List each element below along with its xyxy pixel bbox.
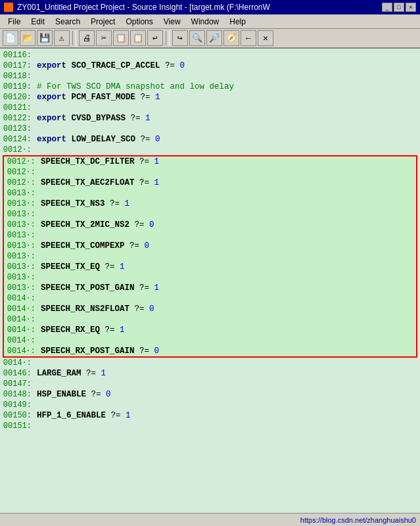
line-content: [34, 103, 420, 113]
line-number: 00151:: [0, 421, 34, 431]
code-line: 0013·:SPEECH_TX_NS3 ?= 1: [4, 199, 416, 209]
code-line: 0013·:: [4, 230, 416, 241]
code-line: 00119:# For TWS SCO DMA snapshot and low…: [0, 82, 420, 92]
line-number: 0013·:: [4, 188, 38, 199]
code-line: 0013·:: [4, 209, 416, 220]
line-number: 00124:: [0, 134, 34, 145]
code-line: 00148:HSP_ENABLE ?= 0: [0, 389, 420, 400]
code-line: 00147:: [0, 379, 420, 389]
code-line: 00116:: [0, 50, 420, 60]
line-content: [34, 145, 420, 155]
code-line: 0014·:: [4, 293, 416, 304]
code-line: 0012·:SPEECH_TX_AEC2FLOAT ?= 1: [4, 178, 416, 188]
line-content: [34, 379, 420, 389]
code-line: 0014·:SPEECH_RX_POST_GAIN ?= 0: [4, 346, 416, 356]
line-number: 00148:: [0, 389, 34, 400]
line-content: [38, 230, 416, 241]
code-line: 00118:: [0, 71, 420, 82]
line-content: # For TWS SCO DMA snapshot and low delay: [34, 82, 420, 92]
code-line: 00121:: [0, 103, 420, 113]
line-content: SPEECH_TX_AEC2FLOAT ?= 1: [38, 178, 416, 188]
line-content: LARGE_RAM ?= 1: [34, 368, 420, 379]
menu-item-file[interactable]: File: [3, 16, 26, 28]
code-line: 0012·:: [0, 145, 420, 155]
code-line: 0013·:: [4, 188, 416, 199]
find-button[interactable]: 🔍: [189, 30, 205, 46]
code-line: 0013·:SPEECH_TX_POST_GAIN ?= 1: [4, 283, 416, 293]
line-content: SPEECH_RX_POST_GAIN ?= 0: [38, 346, 416, 356]
redo-button[interactable]: ↪: [172, 30, 188, 46]
toolbar-separator: [166, 31, 170, 45]
print-button[interactable]: 🖨: [79, 30, 95, 46]
line-number: 0014·:: [4, 335, 38, 346]
code-line: 0014·:SPEECH_RX_EQ ?= 1: [4, 325, 416, 335]
code-line: 00120:export PCM_FAST_MODE ?= 1: [0, 92, 420, 103]
line-content: [34, 50, 420, 60]
line-number: 0014·:: [4, 325, 38, 335]
menu-item-project[interactable]: Project: [85, 16, 120, 28]
menu-item-search[interactable]: Search: [50, 16, 85, 28]
line-content: export CVSD_BYPASS ?= 1: [34, 113, 420, 124]
save-button[interactable]: 💾: [37, 30, 53, 46]
code-line: 00122:export CVSD_BYPASS ?= 1: [0, 113, 420, 124]
code-line: 00146:LARGE_RAM ?= 1: [0, 368, 420, 379]
line-content: SPEECH_TX_POST_GAIN ?= 1: [38, 283, 416, 293]
line-content: HFP_1_6_ENABLE ?= 1: [34, 410, 420, 421]
menu-item-window[interactable]: Window: [186, 16, 225, 28]
line-number: 00117:: [0, 60, 34, 71]
line-number: 0013·:: [4, 262, 38, 272]
line-number: 0013·:: [4, 230, 38, 241]
code-editor[interactable]: 00116:00117:export SCO_TRACE_CP_ACCEL ?=…: [0, 49, 420, 513]
line-number: 0013·:: [4, 209, 38, 220]
highlighted-region: 0012·:SPEECH_TX_DC_FILTER ?= 10012·:0012…: [3, 155, 417, 358]
close-button[interactable]: ×: [406, 3, 416, 12]
undo-button[interactable]: ↩: [147, 30, 163, 46]
open-button[interactable]: 📂: [20, 30, 35, 46]
line-content: SPEECH_TX_COMPEXP ?= 0: [38, 241, 416, 251]
find3-button[interactable]: 🧭: [223, 30, 239, 46]
line-number: 00149:: [0, 400, 34, 410]
minimize-button[interactable]: _: [382, 3, 392, 12]
line-content: [38, 293, 416, 304]
find2-button[interactable]: 🔎: [206, 30, 222, 46]
code-line: 0014·:SPEECH_RX_NS2FLOAT ?= 0: [4, 304, 416, 314]
code-line: 0013·:SPEECH_TX_COMPEXP ?= 0: [4, 241, 416, 251]
code-line: 00149:: [0, 400, 420, 410]
title-text: ZY001_Untitled Project Project - Source …: [17, 3, 378, 12]
line-number: 0013·:: [4, 199, 38, 209]
line-number: 0012·:: [4, 178, 38, 188]
line-content: [38, 272, 416, 283]
line-number: 00122:: [0, 113, 34, 124]
line-number: 0014·:: [4, 304, 38, 314]
code-line: 0013·:: [4, 251, 416, 262]
line-content: [34, 124, 420, 134]
line-number: 00116:: [0, 50, 34, 60]
line-number: 00146:: [0, 368, 34, 379]
line-content: [38, 251, 416, 262]
cut-button[interactable]: ✂: [96, 30, 112, 46]
window-controls[interactable]: _ □ ×: [382, 3, 416, 12]
line-number: 00147:: [0, 379, 34, 389]
new-button[interactable]: 📄: [3, 30, 18, 46]
status-bar: https://blog.csdn.net/zhanghuaishu0: [0, 513, 420, 526]
back-button[interactable]: ←: [241, 30, 256, 46]
maximize-button[interactable]: □: [394, 3, 404, 12]
line-content: HSP_ENABLE ?= 0: [34, 389, 420, 400]
close-button[interactable]: ✕: [258, 30, 273, 46]
menu-item-help[interactable]: Help: [224, 16, 251, 28]
line-number: 00118:: [0, 71, 34, 82]
line-content: [34, 421, 420, 431]
copy-button[interactable]: 📋: [113, 30, 129, 46]
menu-item-view[interactable]: View: [158, 16, 186, 28]
line-content: [34, 71, 420, 82]
mark-button[interactable]: ⚠: [54, 30, 70, 46]
code-line: 0012·:SPEECH_TX_DC_FILTER ?= 1: [4, 156, 416, 167]
code-line: 0013·:SPEECH_TX_2MIC_NS2 ?= 0: [4, 220, 416, 230]
line-number: 0013·:: [4, 220, 38, 230]
paste-button[interactable]: 📋: [130, 30, 146, 46]
status-url: https://blog.csdn.net/zhanghuaishu0: [300, 516, 416, 524]
line-content: SPEECH_RX_EQ ?= 1: [38, 325, 416, 335]
menu-item-options[interactable]: Options: [120, 16, 158, 28]
menu-item-edit[interactable]: Edit: [26, 16, 50, 28]
code-line: 0014·:: [4, 335, 416, 346]
